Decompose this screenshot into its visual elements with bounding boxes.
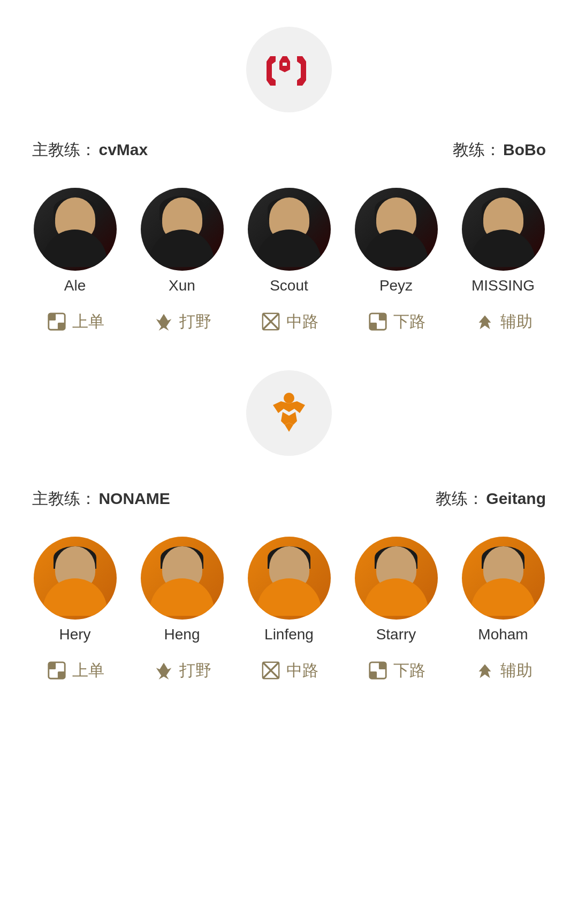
- player-card-heng: Heng: [139, 537, 225, 643]
- divider-logo-section: [0, 343, 578, 477]
- player-name-missing: MISSING: [471, 277, 535, 294]
- player-photo-heng: [141, 537, 224, 620]
- team1-role-mid: 中路: [260, 310, 318, 333]
- team2-coach: 教练： Geitang: [436, 488, 546, 510]
- team2-coaches-section: 主教练： NONAME 教练： Geitang: [0, 477, 578, 521]
- team1-head-coach-name: cvMax: [98, 141, 148, 158]
- team2-role-bot: 下路: [367, 659, 425, 682]
- team1-coach-label: 教练：: [453, 141, 501, 158]
- player-photo-peyz: [355, 188, 438, 271]
- player-card-ale: Ale: [32, 188, 118, 294]
- support-icon: [474, 310, 496, 333]
- player-photo-ale: [34, 188, 117, 271]
- support-icon-t2: [474, 659, 496, 682]
- team1-role-top: 上单: [45, 310, 104, 333]
- team1-head-coach: 主教练： cvMax: [32, 139, 148, 161]
- team1-role-mid-label: 中路: [286, 311, 318, 333]
- svg-point-7: [284, 393, 294, 403]
- player-name-linfeng: Linfeng: [264, 626, 314, 643]
- team2-head-coach: 主教练： NONAME: [32, 488, 170, 510]
- svg-rect-6: [370, 323, 377, 330]
- svg-rect-2: [58, 323, 65, 330]
- team1-players-section: Ale Xun Scout: [0, 182, 578, 294]
- player-name-heng: Heng: [164, 626, 200, 643]
- team2-head-coach-name: NONAME: [98, 490, 170, 507]
- svg-rect-14: [370, 671, 377, 678]
- divider-logo-circle: [246, 370, 332, 456]
- team2-coach-name: Geitang: [486, 490, 546, 507]
- player-name-peyz: Peyz: [379, 277, 413, 294]
- team2-role-support-label: 辅助: [500, 660, 533, 682]
- team1-logo-circle: [246, 27, 332, 112]
- svg-rect-10: [58, 671, 65, 678]
- player-photo-starry: [355, 537, 438, 620]
- team2-role-jungle: 打野: [153, 659, 211, 682]
- player-photo-missing: [462, 188, 545, 271]
- player-card-starry: Starry: [353, 537, 439, 643]
- team1-head-coach-label: 主教练：: [32, 141, 96, 158]
- player-card-peyz: Peyz: [353, 188, 439, 294]
- bot-icon: [367, 310, 389, 333]
- team1-role-support: 辅助: [474, 310, 533, 333]
- player-name-scout: Scout: [270, 277, 308, 294]
- team2-role-top-label: 上单: [72, 660, 104, 682]
- team1-coach-name: BoBo: [503, 141, 546, 158]
- team2-head-coach-label: 主教练：: [32, 490, 96, 507]
- team1-role-support-label: 辅助: [500, 311, 533, 333]
- player-name-xun: Xun: [169, 277, 195, 294]
- player-name-moham: Moham: [478, 626, 528, 643]
- team1-coach: 教练： BoBo: [453, 139, 546, 161]
- player-photo-linfeng: [248, 537, 331, 620]
- team2-coach-label: 教练：: [436, 490, 484, 507]
- jungle-icon-t2: [153, 659, 175, 682]
- jdg-logo-icon: [260, 48, 318, 91]
- team1-role-bot-label: 下路: [393, 311, 425, 333]
- mid-icon-t2: [260, 659, 282, 682]
- svg-rect-1: [49, 314, 56, 320]
- team2-players-section: Hery Heng Linfeng: [0, 531, 578, 643]
- svg-rect-9: [49, 662, 56, 669]
- player-photo-hery: [34, 537, 117, 620]
- player-card-hery: Hery: [32, 537, 118, 643]
- svg-rect-13: [379, 662, 386, 669]
- player-name-hery: Hery: [59, 626, 90, 643]
- team1-role-top-label: 上单: [72, 311, 104, 333]
- team1-role-jungle: 打野: [153, 310, 211, 333]
- team2-role-jungle-label: 打野: [179, 660, 211, 682]
- team2-roles-section: 上单 打野 中路: [0, 643, 578, 692]
- team2-role-bot-label: 下路: [393, 660, 425, 682]
- top-icon: [45, 310, 68, 333]
- player-name-ale: Ale: [64, 277, 86, 294]
- svg-rect-5: [379, 314, 386, 320]
- team2-role-mid: 中路: [260, 659, 318, 682]
- team1-logo-section: [0, 0, 578, 128]
- team2-role-top: 上单: [45, 659, 104, 682]
- page-container: 主教练： cvMax 教练： BoBo Ale: [0, 0, 578, 692]
- jungle-icon: [153, 310, 175, 333]
- team2-role-mid-label: 中路: [286, 660, 318, 682]
- team2-role-support: 辅助: [474, 659, 533, 682]
- team1-role-jungle-label: 打野: [179, 311, 211, 333]
- top-icon-t2: [45, 659, 68, 682]
- bot-icon-t2: [367, 659, 389, 682]
- player-card-moham: Moham: [460, 537, 546, 643]
- player-photo-moham: [462, 537, 545, 620]
- player-card-missing: MISSING: [460, 188, 546, 294]
- team1-role-bot: 下路: [367, 310, 425, 333]
- player-name-starry: Starry: [376, 626, 416, 643]
- player-card-linfeng: Linfeng: [246, 537, 332, 643]
- player-card-xun: Xun: [139, 188, 225, 294]
- league-logo-icon: [262, 386, 316, 440]
- player-photo-scout: [248, 188, 331, 271]
- team1-coaches-section: 主教练： cvMax 教练： BoBo: [0, 128, 578, 172]
- player-card-scout: Scout: [246, 188, 332, 294]
- mid-icon: [260, 310, 282, 333]
- player-photo-xun: [141, 188, 224, 271]
- team1-roles-section: 上单 打野 中路: [0, 294, 578, 343]
